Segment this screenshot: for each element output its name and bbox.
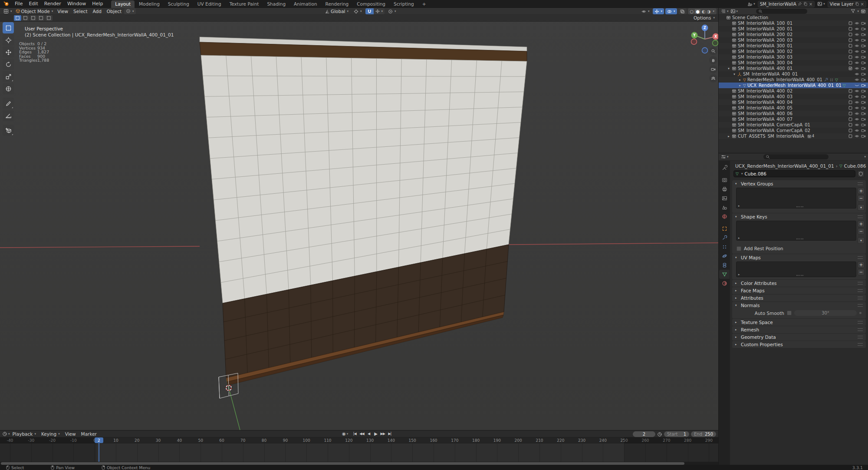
pan-view-button[interactable] (709, 56, 717, 64)
viewport-menu-view[interactable]: View (55, 8, 71, 15)
vertex-group-remove-button[interactable]: − (858, 195, 865, 202)
previous-keyframe-button[interactable]: ◀◀ (358, 431, 365, 437)
hide-eye-icon[interactable] (855, 128, 859, 133)
disable-render-icon[interactable] (861, 60, 866, 65)
exclude-checkbox[interactable] (848, 49, 853, 54)
tool-add-cube[interactable] (3, 125, 14, 136)
object-type-visibility-dropdown[interactable]: ▾ (640, 8, 651, 14)
new-collection-button[interactable] (861, 9, 866, 14)
exclude-checkbox[interactable] (848, 89, 853, 93)
modifier-icon[interactable] (824, 78, 828, 82)
hide-eye-icon[interactable] (855, 106, 859, 110)
zoom-view-button[interactable] (709, 47, 717, 55)
animate-property-dot[interactable] (859, 312, 861, 314)
breadcrumb-object[interactable]: UCX_RenderMesh_InteriorWallA_400_01_01 (735, 163, 834, 169)
vertex-groups-list[interactable]: ▸ (736, 188, 856, 209)
hide-eye-icon[interactable] (855, 49, 859, 54)
viewport-menu-add[interactable]: Add (90, 8, 104, 15)
timeline-menu-playback[interactable]: Playback▾ (10, 430, 39, 437)
tab-world[interactable] (719, 212, 730, 221)
timeline-ruler[interactable]: -40-30-20-100102030405060708090100110120… (0, 437, 718, 444)
timeline-menu-view[interactable]: View (62, 430, 79, 437)
mesh-name-field[interactable]: ▽▾ Cube.086 (733, 170, 855, 177)
new-scene-icon[interactable] (803, 2, 808, 6)
select-mode-invert[interactable] (37, 15, 45, 21)
panel-header-face-maps[interactable]: ▸Face Maps (732, 287, 866, 294)
hide-eye-icon[interactable] (855, 77, 859, 82)
expand-caret-icon[interactable]: ▸ (727, 135, 730, 138)
disable-render-icon[interactable] (861, 128, 866, 133)
timeline-channel-area[interactable] (0, 444, 718, 462)
outliner-item-ucx-rendermesh-interiorwalla-400-01-01[interactable]: ▸▽UCX_RenderMesh_InteriorWallA_400_01_01… (719, 83, 868, 88)
add-workspace-button[interactable]: + (418, 0, 430, 8)
tool-measure[interactable] (3, 110, 14, 121)
shading-solid-icon[interactable]: ● (695, 9, 700, 14)
editor-type-properties-icon[interactable]: ▾ (721, 154, 729, 159)
panel-grip[interactable] (858, 182, 863, 185)
outliner-item-sm-interiorwalla-cornercapa-02[interactable]: SM_InteriorWallA_CornerCapA_02 (719, 128, 868, 133)
scene-icon[interactable]: ▾ (747, 1, 755, 7)
outliner-item-sm-interiorwalla-400-04[interactable]: SM_InteriorWallA_400_04 (719, 99, 868, 105)
view-layer-close-icon[interactable]: × (861, 2, 864, 7)
disable-render-icon[interactable] (861, 89, 866, 93)
expand-caret-icon[interactable]: ▾ (727, 67, 730, 70)
panel-header-color-attributes[interactable]: ▸Color Attributes (732, 280, 866, 287)
list-resize-grip[interactable] (796, 275, 803, 276)
proportional-editing-toggle[interactable]: ▾ (386, 8, 398, 14)
workspace-tab-compositing[interactable]: Compositing (353, 0, 389, 8)
viewport-menu-select[interactable]: Select (71, 8, 90, 15)
auto-smooth-angle-slider[interactable]: 30° (794, 310, 857, 316)
end-frame-field[interactable]: End250 (691, 431, 716, 437)
panel-header-texture-space[interactable]: ▸Texture Space (732, 319, 866, 326)
hide-eye-icon[interactable] (855, 83, 859, 88)
exclude-checkbox[interactable] (848, 21, 853, 26)
editor-type-timeline-icon[interactable]: ▾ (2, 431, 10, 437)
hide-eye-icon[interactable] (855, 72, 859, 76)
disable-render-icon[interactable] (861, 38, 866, 43)
panel-header-normals[interactable]: ▾Normals (732, 302, 866, 309)
workspace-tab-shading[interactable]: Shading (263, 0, 289, 8)
exclude-checkbox[interactable] (848, 26, 853, 31)
disable-render-icon[interactable] (861, 21, 866, 26)
disable-render-icon[interactable] (861, 111, 866, 116)
tab-tool[interactable] (719, 163, 730, 172)
hide-eye-icon[interactable] (855, 43, 859, 48)
vertex-group-add-button[interactable]: + (858, 188, 865, 194)
select-mode-intersect[interactable] (45, 15, 53, 21)
list-resize-grip[interactable] (796, 206, 803, 207)
disable-render-icon[interactable] (861, 83, 866, 88)
view-layer-icon[interactable]: ▾ (817, 1, 825, 7)
outliner-search-input[interactable] (756, 9, 807, 14)
panel-grip[interactable] (858, 289, 863, 292)
outliner-item-sm-interiorwalla-200-02[interactable]: SM_InteriorWallA_200_02 (719, 32, 868, 37)
show-overlays-toggle[interactable]: ▾ (665, 8, 677, 14)
tool-scale[interactable] (3, 71, 14, 82)
tool-cursor[interactable] (3, 34, 14, 46)
camera-view-button[interactable] (709, 65, 717, 73)
menu-edit[interactable]: Edit (26, 1, 41, 7)
outliner-item-rendermesh-interiorwalla-400-01[interactable]: ▸▽RenderMesh_InteriorWallA_400_01▽ (719, 77, 868, 83)
hide-eye-icon[interactable] (855, 122, 859, 127)
fake-user-shield-button[interactable] (857, 170, 865, 177)
menu-file[interactable]: File (12, 1, 26, 7)
current-frame-field[interactable]: 2 (633, 431, 655, 437)
hide-eye-icon[interactable] (855, 66, 859, 71)
hide-eye-icon[interactable] (855, 117, 859, 122)
disable-render-icon[interactable] (861, 122, 866, 127)
outliner-display-mode-dropdown[interactable]: ▾ (730, 9, 738, 14)
outliner-item-sm-interiorwalla-200-03[interactable]: SM_InteriorWallA_200_03 (719, 37, 868, 43)
exclude-checkbox[interactable] (848, 117, 853, 122)
outliner-item-sm-interiorwalla-cornercapa-01[interactable]: SM_InteriorWallA_CornerCapA_01 (719, 122, 868, 128)
xray-toggle[interactable] (678, 8, 687, 14)
tool-transform[interactable] (3, 83, 14, 94)
exclude-checkbox[interactable] (848, 66, 853, 71)
hide-eye-icon[interactable] (855, 32, 859, 37)
hide-eye-icon[interactable] (855, 21, 859, 26)
select-mode-extend[interactable] (22, 15, 29, 21)
tab-material[interactable] (719, 279, 730, 288)
workspace-tab-sculpting[interactable]: Sculpting (164, 0, 193, 8)
gizmo-z-neg[interactable] (702, 48, 708, 53)
workspace-tab-modeling[interactable]: Modeling (135, 0, 164, 8)
exclude-checkbox[interactable] (848, 128, 853, 133)
uv-map-add-button[interactable]: + (858, 261, 865, 268)
